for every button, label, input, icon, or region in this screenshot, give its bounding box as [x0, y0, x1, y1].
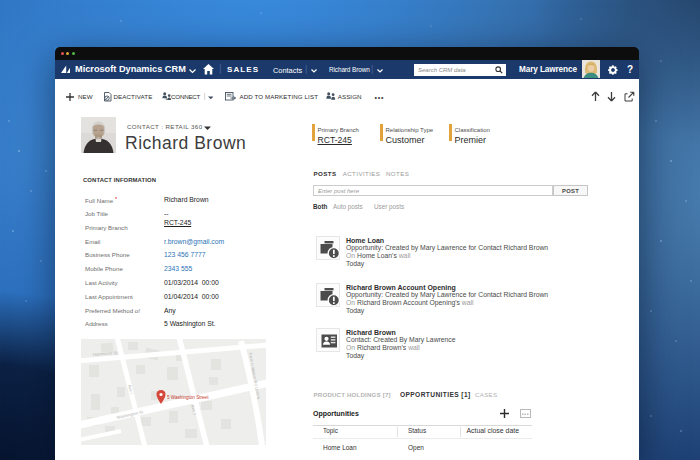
svg-text:5 Washington Street: 5 Washington Street [167, 395, 209, 400]
